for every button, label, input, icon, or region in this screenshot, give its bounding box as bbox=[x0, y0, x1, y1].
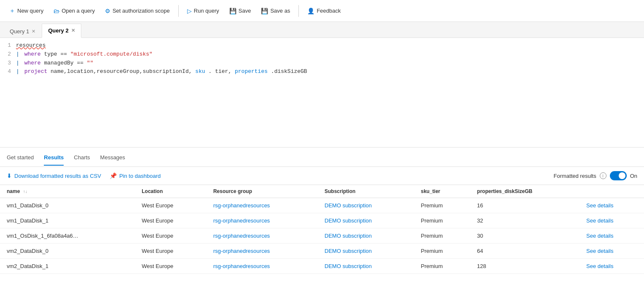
plus-icon: ＋ bbox=[9, 7, 15, 15]
cell-name: vm1_OsDisk_1_6fa08a4a6… bbox=[0, 228, 135, 244]
formatted-results-info-icon[interactable]: i bbox=[600, 172, 606, 179]
save-as-icon: 💾 bbox=[261, 8, 268, 14]
save-icon: 💾 bbox=[229, 8, 236, 14]
cell-subscription: DEMO subscription bbox=[318, 244, 414, 259]
cell-location: West Europe bbox=[135, 244, 207, 259]
results-toolbar: ⬇ Download formatted results as CSV 📌 Pi… bbox=[0, 167, 644, 185]
tab-query1[interactable]: Query 1 ✕ bbox=[3, 24, 42, 38]
cell-subscription: DEMO subscription bbox=[318, 228, 414, 244]
cell-sku-tier: Premium bbox=[414, 244, 470, 259]
set-auth-button[interactable]: ⚙ Set authorization scope bbox=[101, 5, 174, 17]
results-toolbar-left: ⬇ Download formatted results as CSV 📌 Pi… bbox=[7, 172, 161, 179]
cell-resource-group: rsg-orphanedresources bbox=[207, 198, 318, 213]
table-row: vm2_DataDisk_1 West Europe rsg-orphanedr… bbox=[0, 259, 644, 274]
open-query-button[interactable]: 🗁 Open a query bbox=[49, 5, 99, 17]
editor-tabs: Query 1 ✕ Query 2 ✕ bbox=[0, 22, 644, 38]
download-csv-button[interactable]: ⬇ Download formatted results as CSV bbox=[7, 172, 101, 179]
cell-sku-tier: Premium bbox=[414, 228, 470, 244]
cell-resource-group: rsg-orphanedresources bbox=[207, 213, 318, 228]
cell-name: vm1_DataDisk_1 bbox=[0, 213, 135, 228]
cell-sku-tier: Premium bbox=[414, 259, 470, 274]
cell-disk-size: 64 bbox=[470, 244, 580, 259]
col-resource-group: Resource group bbox=[207, 185, 318, 198]
table-body: vm1_DataDisk_0 West Europe rsg-orphanedr… bbox=[0, 198, 644, 274]
cell-resource-group: rsg-orphanedresources bbox=[207, 259, 318, 274]
results-table: name ↑↓ Location Resource group Subscrip… bbox=[0, 185, 644, 303]
cell-location: West Europe bbox=[135, 259, 207, 274]
col-subscription: Subscription bbox=[318, 185, 414, 198]
main-content: 1 resources 2 | where type == "microsoft… bbox=[0, 38, 644, 303]
cell-details: See details bbox=[580, 198, 644, 213]
cell-details: See details bbox=[580, 228, 644, 244]
bottom-panel: Get started Results Charts Messages ⬇ Do… bbox=[0, 147, 644, 303]
cell-details: See details bbox=[580, 244, 644, 259]
tab-query2[interactable]: Query 2 ✕ bbox=[42, 24, 81, 38]
sort-icon-name[interactable]: ↑↓ bbox=[23, 189, 27, 194]
folder-icon: 🗁 bbox=[54, 8, 59, 14]
cell-name: vm1_DataDisk_0 bbox=[0, 198, 135, 213]
separator-1 bbox=[178, 5, 179, 17]
header-row: name ↑↓ Location Resource group Subscrip… bbox=[0, 185, 644, 198]
cell-name: vm2_DataDisk_0 bbox=[0, 244, 135, 259]
close-tab-2[interactable]: ✕ bbox=[71, 28, 75, 33]
save-as-button[interactable]: 💾 Save as bbox=[257, 5, 294, 17]
cell-details: See details bbox=[580, 259, 644, 274]
cell-subscription: DEMO subscription bbox=[318, 198, 414, 213]
col-sku-tier: sku_tier bbox=[414, 185, 470, 198]
table-header: name ↑↓ Location Resource group Subscrip… bbox=[0, 185, 644, 198]
table-row: vm1_DataDisk_0 West Europe rsg-orphanedr… bbox=[0, 198, 644, 213]
cell-location: West Europe bbox=[135, 228, 207, 244]
cell-location: West Europe bbox=[135, 198, 207, 213]
save-button[interactable]: 💾 Save bbox=[225, 5, 255, 17]
cell-subscription: DEMO subscription bbox=[318, 213, 414, 228]
gear-icon: ⚙ bbox=[105, 8, 110, 14]
separator-2 bbox=[298, 5, 299, 17]
code-line-2: 2 | where type == "microsoft.compute/dis… bbox=[0, 50, 644, 59]
code-line-3: 3 | where managedBy == "" bbox=[0, 59, 644, 68]
tab-messages[interactable]: Messages bbox=[100, 150, 125, 166]
formatted-results-toggle[interactable] bbox=[610, 171, 627, 180]
col-details bbox=[580, 185, 644, 198]
cell-subscription: DEMO subscription bbox=[318, 259, 414, 274]
table-row: vm2_DataDisk_0 West Europe rsg-orphanedr… bbox=[0, 244, 644, 259]
code-line-1: 1 resources bbox=[0, 41, 644, 50]
cell-disk-size: 32 bbox=[470, 213, 580, 228]
tab-get-started[interactable]: Get started bbox=[7, 150, 34, 166]
close-tab-1[interactable]: ✕ bbox=[32, 29, 35, 34]
run-query-button[interactable]: ▷ Run query bbox=[183, 5, 223, 17]
pin-icon: 📌 bbox=[110, 172, 117, 179]
cell-name: vm2_DataDisk_1 bbox=[0, 259, 135, 274]
cell-details: See details bbox=[580, 213, 644, 228]
table-row: vm1_OsDisk_1_6fa08a4a6… West Europe rsg-… bbox=[0, 228, 644, 244]
new-query-button[interactable]: ＋ New query bbox=[5, 5, 48, 17]
result-tabs: Get started Results Charts Messages bbox=[0, 147, 644, 167]
tab-results[interactable]: Results bbox=[44, 150, 64, 166]
cell-disk-size: 128 bbox=[470, 259, 580, 274]
data-table: name ↑↓ Location Resource group Subscrip… bbox=[0, 185, 644, 274]
pin-dashboard-button[interactable]: 📌 Pin to dashboard bbox=[110, 172, 161, 179]
code-line-4: 4 | project name,location,resourceGroup,… bbox=[0, 67, 644, 76]
cell-disk-size: 16 bbox=[470, 198, 580, 213]
feedback-button[interactable]: 👤 Feedback bbox=[303, 5, 345, 17]
code-editor[interactable]: 1 resources 2 | where type == "microsoft… bbox=[0, 38, 644, 147]
cell-location: West Europe bbox=[135, 213, 207, 228]
cell-resource-group: rsg-orphanedresources bbox=[207, 228, 318, 244]
feedback-icon: 👤 bbox=[307, 8, 314, 14]
tab-charts[interactable]: Charts bbox=[74, 150, 90, 166]
col-location: Location bbox=[135, 185, 207, 198]
table-row: vm1_DataDisk_1 West Europe rsg-orphanedr… bbox=[0, 213, 644, 228]
cell-disk-size: 30 bbox=[470, 228, 580, 244]
col-name: name ↑↓ bbox=[0, 185, 135, 198]
toolbar: ＋ New query 🗁 Open a query ⚙ Set authori… bbox=[0, 0, 644, 22]
run-icon: ▷ bbox=[187, 8, 192, 14]
col-disk-size: properties_diskSizeGB bbox=[470, 185, 580, 198]
cell-sku-tier: Premium bbox=[414, 213, 470, 228]
download-icon: ⬇ bbox=[7, 172, 12, 179]
results-toolbar-right: Formatted results i On bbox=[554, 171, 638, 180]
cell-resource-group: rsg-orphanedresources bbox=[207, 244, 318, 259]
cell-sku-tier: Premium bbox=[414, 198, 470, 213]
